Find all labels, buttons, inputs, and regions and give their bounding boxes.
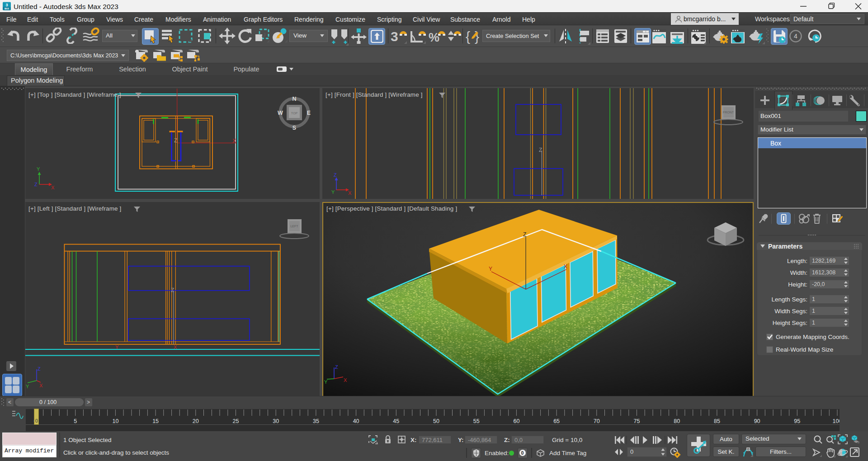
- svg-text:75: 75: [634, 418, 640, 424]
- svg-text:Y: Y: [115, 344, 119, 350]
- svg-text:70: 70: [594, 418, 600, 424]
- svg-text:FRONT: FRONT: [723, 111, 734, 114]
- svg-text:W: W: [278, 110, 283, 116]
- svg-text:Z: Z: [38, 366, 41, 372]
- svg-text:X: X: [564, 263, 567, 270]
- svg-text:Y: Y: [489, 266, 492, 272]
- svg-text:85: 85: [714, 418, 720, 424]
- svg-text:100: 100: [833, 418, 840, 424]
- svg-text:LEFT: LEFT: [290, 225, 298, 228]
- svg-text:5: 5: [74, 418, 77, 424]
- svg-text:Z: Z: [523, 231, 526, 238]
- svg-text:80: 80: [674, 418, 680, 424]
- svg-text:3: 3: [391, 29, 398, 44]
- svg-text:15: 15: [152, 418, 159, 424]
- svg-text:S: S: [292, 125, 296, 131]
- svg-text:N: N: [292, 96, 296, 102]
- svg-text:Z: Z: [335, 364, 338, 370]
- svg-text:55: 55: [473, 418, 480, 424]
- svg-text:20: 20: [193, 418, 199, 424]
- svg-text:{: {: [466, 29, 470, 44]
- svg-text:Y: Y: [324, 379, 328, 385]
- svg-text:30: 30: [273, 418, 279, 424]
- svg-text:Z: Z: [34, 182, 38, 187]
- svg-text:40: 40: [353, 418, 359, 424]
- svg-text:X: X: [348, 190, 352, 196]
- svg-text:E: E: [307, 110, 311, 116]
- svg-text:X: X: [51, 185, 55, 190]
- svg-text:TOP: TOP: [291, 112, 298, 115]
- svg-text:X: X: [232, 137, 236, 144]
- svg-text:45: 45: [393, 418, 399, 424]
- svg-text:25: 25: [233, 418, 239, 424]
- svg-text:Z: Z: [171, 287, 174, 293]
- svg-text:X: X: [344, 377, 347, 383]
- svg-text:MAX: MAX: [5, 8, 9, 10]
- svg-text:Y: Y: [331, 189, 335, 195]
- svg-text:10: 10: [112, 418, 118, 424]
- svg-text:95: 95: [794, 418, 800, 424]
- svg-text:X: X: [39, 383, 43, 388]
- svg-text:90: 90: [754, 418, 760, 424]
- svg-text:X: X: [174, 344, 177, 350]
- svg-text:60: 60: [513, 418, 519, 424]
- svg-text:Z: Z: [334, 172, 337, 178]
- svg-text:3: 3: [5, 3, 8, 7]
- svg-text:Y: Y: [26, 384, 29, 389]
- svg-text:Z: Z: [539, 147, 542, 153]
- svg-text:%: %: [429, 31, 439, 44]
- svg-text:65: 65: [553, 418, 560, 424]
- svg-text:4: 4: [794, 33, 797, 40]
- svg-text:35: 35: [313, 418, 319, 424]
- svg-text:50: 50: [433, 418, 439, 424]
- svg-text:Y: Y: [37, 166, 40, 172]
